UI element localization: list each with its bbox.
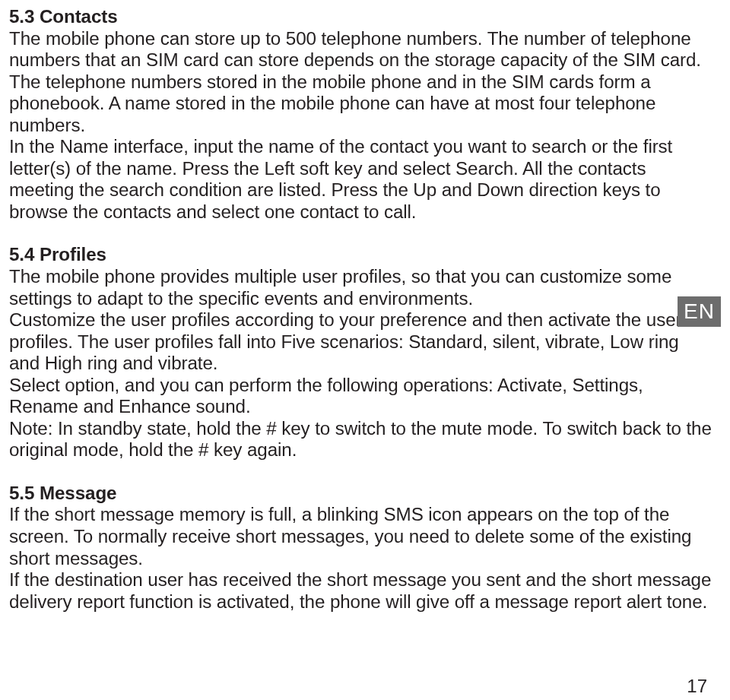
section-profiles: 5.4 Profiles The mobile phone provides m… [9, 244, 712, 461]
section-gap [9, 223, 712, 244]
section-contacts: 5.3 Contacts The mobile phone can store … [9, 6, 712, 223]
section-message: 5.5 Message If the short message memory … [9, 483, 712, 613]
heading-profiles: 5.4 Profiles [9, 244, 106, 264]
body-profiles: The mobile phone provides multiple user … [9, 266, 712, 460]
heading-contacts: 5.3 Contacts [9, 6, 118, 27]
heading-message: 5.5 Message [9, 483, 116, 503]
language-tab: EN [678, 296, 721, 327]
manual-page: 5.3 Contacts The mobile phone can store … [0, 0, 730, 613]
body-message: If the short message memory is full, a b… [9, 504, 711, 611]
section-gap [9, 461, 712, 483]
body-contacts: The mobile phone can store up to 500 tel… [9, 28, 701, 222]
page-number: 17 [687, 676, 707, 697]
